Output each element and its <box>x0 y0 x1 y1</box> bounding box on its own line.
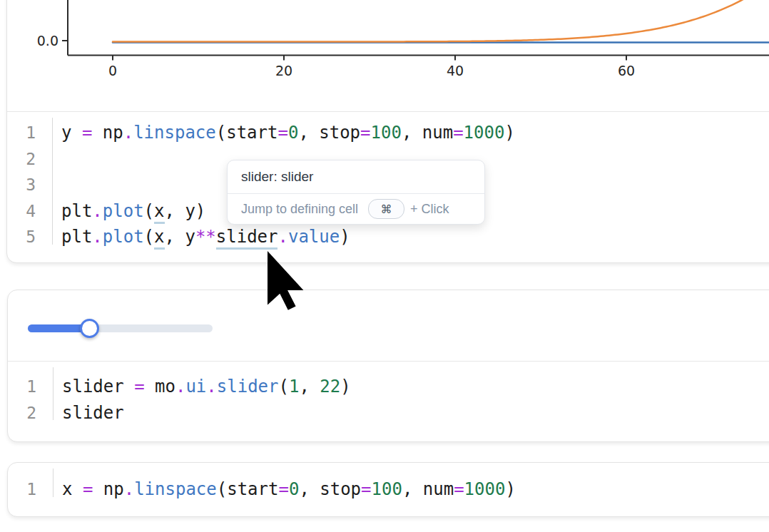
code-token: , stop <box>299 479 361 499</box>
code-token: linspace <box>134 479 217 499</box>
code-line[interactable]: 1slider = mo.ui.slider(1, 22) <box>8 374 769 400</box>
code-text: slider <box>62 403 124 423</box>
code-token: 1 <box>289 377 299 397</box>
code-token: plt <box>61 227 92 247</box>
code-token: . <box>175 377 185 397</box>
code-editor[interactable]: 1x = np.linspace(start=0, stop=100, num=… <box>8 463 769 503</box>
line-number: 2 <box>8 404 36 422</box>
code-token: np <box>92 123 123 143</box>
code-token: , num <box>402 479 454 499</box>
code-token: 0 <box>289 479 299 499</box>
code-token: 0 <box>288 123 298 143</box>
code-token: , num <box>402 123 453 143</box>
code-token: . <box>92 201 102 221</box>
notebook-cell-x: 1x = np.linspace(start=0, stop=100, num=… <box>7 462 769 517</box>
code-token: (start <box>217 479 279 499</box>
code-token: slider <box>217 377 279 397</box>
code-token: np <box>93 479 123 499</box>
variable-link-slider[interactable]: slider <box>216 227 278 250</box>
code-token: 100 <box>372 479 402 499</box>
code-token: ) <box>504 123 514 143</box>
line-number: 1 <box>7 123 36 142</box>
code-line[interactable]: 2slider <box>8 400 769 426</box>
code-token: . <box>92 227 102 247</box>
line-number: 3 <box>7 175 36 194</box>
code-token: ( <box>278 377 288 397</box>
code-line[interactable]: 1y = np.linspace(start=0, stop=100, num=… <box>7 120 769 146</box>
code-text: plt.plot(x, y) <box>61 201 205 221</box>
code-token: ) <box>505 479 515 499</box>
code-token: ) <box>340 377 350 397</box>
code-line[interactable]: 5plt.plot(x, y**slider.value) <box>7 224 769 250</box>
code-token: ( <box>144 227 154 247</box>
code-token: mo <box>145 377 175 397</box>
code-token: slider <box>62 377 134 397</box>
code-text: slider = mo.ui.slider(1, 22) <box>62 377 351 397</box>
variable-tooltip: slider: slider Jump to defining cell ⌘ +… <box>227 160 485 225</box>
line-number: 1 <box>8 377 36 396</box>
line-number: 1 <box>8 480 36 498</box>
code-line[interactable]: 1x = np.linspace(start=0, stop=100, num=… <box>8 476 769 503</box>
code-token: 1000 <box>464 123 505 143</box>
code-token: plot <box>103 201 144 221</box>
tooltip-action-label: Jump to defining cell <box>241 202 358 217</box>
slider-widget[interactable] <box>28 319 242 340</box>
code-token: , <box>299 377 320 397</box>
code-token: = <box>361 479 371 499</box>
code-token: plot <box>103 227 144 247</box>
code-token: = <box>454 479 464 499</box>
tooltip-action-row: Jump to defining cell ⌘ + Click <box>241 194 477 224</box>
code-token: slider <box>62 403 124 423</box>
code-token: = <box>134 377 144 397</box>
code-token: = <box>360 123 370 143</box>
code-token: plt <box>61 201 92 221</box>
code-token: ( <box>144 201 154 221</box>
code-token: 1000 <box>464 479 506 499</box>
code-text: y = np.linspace(start=0, stop=100, num=1… <box>61 123 515 143</box>
code-token: , y <box>165 227 195 247</box>
code-token: = <box>83 479 93 499</box>
notebook-cell-slider: 1slider = mo.ui.slider(1, 22)2slider <box>7 290 769 442</box>
code-token: value <box>288 227 340 247</box>
code-token: ** <box>195 227 216 247</box>
code-text: plt.plot(x, y**slider.value) <box>61 227 350 247</box>
code-editor[interactable]: 1slider = mo.ui.slider(1, 22)2slider <box>8 362 769 426</box>
code-token: . <box>277 227 287 247</box>
code-token: 22 <box>320 377 340 397</box>
tooltip-title: slider: slider <box>241 169 313 185</box>
code-token: y <box>61 123 82 143</box>
code-token: ui <box>185 377 206 397</box>
code-token: . <box>124 479 134 499</box>
command-icon: ⌘ <box>381 203 392 216</box>
tooltip-shortcut-suffix: + Click <box>410 202 449 217</box>
line-number: 4 <box>7 202 36 220</box>
cmd-key-badge: ⌘ <box>368 199 404 219</box>
code-token: ) <box>340 227 350 247</box>
code-token: = <box>453 123 463 143</box>
gutter-separator <box>52 118 53 245</box>
gutter-separator <box>53 469 54 497</box>
slider-handle[interactable] <box>80 319 99 338</box>
code-token: 100 <box>371 123 402 143</box>
code-text: x = np.linspace(start=0, stop=100, num=1… <box>62 479 516 499</box>
code-token: = <box>277 123 287 143</box>
code-token: . <box>123 123 133 143</box>
code-token: , stop <box>298 123 360 143</box>
variable-link-x[interactable]: x <box>154 201 164 224</box>
code-token: = <box>278 479 288 499</box>
line-number: 2 <box>7 150 36 168</box>
code-token: (start <box>216 123 278 143</box>
code-token: linspace <box>133 123 216 143</box>
code-token: = <box>82 123 92 143</box>
variable-link-x[interactable]: x <box>154 227 164 250</box>
gutter-separator <box>53 367 54 420</box>
line-number: 5 <box>7 227 36 246</box>
code-token: x <box>62 479 83 499</box>
code-token: . <box>206 377 216 397</box>
code-token: , y) <box>165 201 206 221</box>
